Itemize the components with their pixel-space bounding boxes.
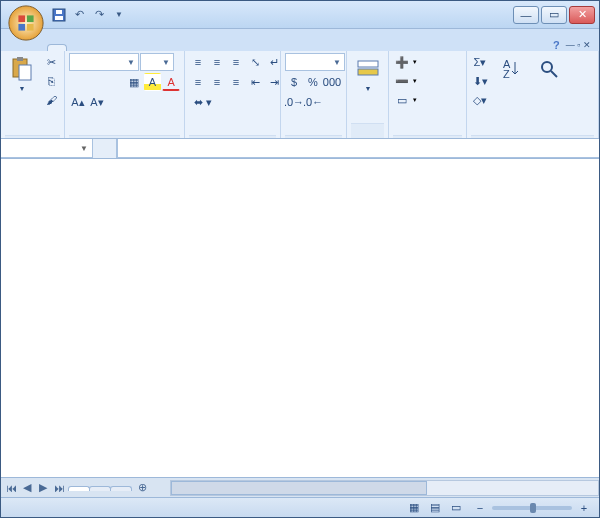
group-cells: ➕ ▾ ➖ ▾ ▭ ▾	[389, 51, 467, 138]
sheet-tab-1[interactable]	[68, 486, 90, 491]
zoom-slider[interactable]	[492, 506, 572, 510]
tab-layout[interactable]	[87, 44, 107, 51]
align-center-icon[interactable]: ≡	[208, 73, 226, 91]
comma-icon[interactable]: 000	[323, 73, 341, 91]
format-painter-icon[interactable]: 🖌	[42, 91, 60, 109]
insert-cells-icon: ➕	[393, 53, 411, 71]
tab-data[interactable]	[127, 44, 147, 51]
percent-icon[interactable]: %	[304, 73, 322, 91]
svg-rect-12	[358, 69, 378, 75]
paste-button[interactable]: ▼	[5, 53, 39, 94]
tab-home[interactable]	[47, 44, 67, 51]
svg-point-0	[9, 5, 43, 39]
window-controls: — ▭ ✕	[513, 6, 595, 24]
view-normal-icon[interactable]: ▦	[405, 499, 423, 517]
ribbon: ▼ ✂ ⎘ 🖌 ◢ ▼ ▼ ▦	[1, 51, 599, 139]
cell-styles-button[interactable]: ▼	[351, 53, 385, 94]
svg-rect-2	[27, 15, 34, 22]
autosum-icon[interactable]: Σ▾	[471, 53, 489, 71]
format-cells-icon: ▭	[393, 91, 411, 109]
dec-decimal-icon[interactable]: .0←	[304, 93, 322, 111]
font-size-select[interactable]: ▼	[140, 53, 174, 71]
align-right-icon[interactable]: ≡	[227, 73, 245, 91]
align-top-icon[interactable]: ≡	[189, 53, 207, 71]
underline-button[interactable]	[106, 73, 124, 91]
svg-rect-4	[27, 23, 34, 30]
sheet-tab-2[interactable]	[89, 486, 111, 491]
align-bottom-icon[interactable]: ≡	[227, 53, 245, 71]
delete-cells-icon: ➖	[393, 72, 411, 90]
fill-color-button[interactable]: A	[144, 73, 162, 91]
svg-rect-3	[18, 23, 25, 30]
tab-view[interactable]	[167, 44, 187, 51]
orientation-icon[interactable]: ⤡	[246, 53, 264, 71]
find-select-button[interactable]	[532, 53, 566, 86]
svg-text:Z: Z	[503, 68, 510, 80]
first-sheet-icon[interactable]: ⏮	[3, 480, 19, 496]
zoom-out-icon[interactable]: −	[471, 499, 489, 517]
find-icon	[535, 55, 563, 83]
cut-icon[interactable]: ✂	[42, 53, 60, 71]
align-left-icon[interactable]: ≡	[189, 73, 207, 91]
fx-button[interactable]	[93, 139, 117, 158]
format-cells-button[interactable]: ▭ ▾	[393, 91, 417, 109]
close-button[interactable]: ✕	[569, 6, 595, 24]
view-break-icon[interactable]: ▭	[447, 499, 465, 517]
next-sheet-icon[interactable]: ▶	[35, 480, 51, 496]
ribbon-tabs: ? — ▫ ✕	[1, 29, 599, 51]
align-middle-icon[interactable]: ≡	[208, 53, 226, 71]
bold-button[interactable]	[69, 73, 87, 91]
quick-access-toolbar: ↶ ↷ ▼	[51, 7, 127, 23]
qat-dropdown-icon[interactable]: ▼	[111, 7, 127, 23]
insert-cells-button[interactable]: ➕ ▾	[393, 53, 417, 71]
font-name-select[interactable]: ▼	[69, 53, 139, 71]
currency-icon[interactable]: $	[285, 73, 303, 91]
svg-rect-10	[19, 65, 31, 80]
group-font: ▼ ▼ ▦ A A A▴ A▾ ◢	[65, 51, 185, 138]
font-color-button[interactable]: A	[162, 73, 180, 91]
merge-icon[interactable]: ⬌ ▾	[189, 93, 217, 111]
group-styles: ▼	[347, 51, 389, 138]
new-sheet-icon[interactable]: ⊕	[134, 480, 150, 496]
tab-review[interactable]	[147, 44, 167, 51]
tab-insert[interactable]	[67, 44, 87, 51]
indent-dec-icon[interactable]: ⇤	[246, 73, 264, 91]
minimize-ribbon-icon[interactable]: — ▫ ✕	[566, 40, 591, 50]
svg-rect-6	[55, 16, 63, 20]
app-window: ↶ ↷ ▼ — ▭ ✕ ? — ▫ ✕ ▼	[0, 0, 600, 518]
view-layout-icon[interactable]: ▤	[426, 499, 444, 517]
office-button[interactable]	[7, 4, 45, 42]
svg-rect-1	[18, 15, 25, 22]
sort-filter-button[interactable]: AZ	[495, 53, 529, 86]
italic-button[interactable]	[88, 73, 106, 91]
clear-icon[interactable]: ◇▾	[471, 91, 489, 109]
help-icon[interactable]: ?	[553, 39, 560, 51]
name-box[interactable]: ▼	[1, 139, 93, 158]
svg-rect-11	[358, 61, 378, 67]
maximize-button[interactable]: ▭	[541, 6, 567, 24]
group-editing: Σ▾ ⬇▾ ◇▾ AZ	[467, 51, 599, 138]
grow-font-icon[interactable]: A▴	[69, 93, 87, 111]
delete-cells-button[interactable]: ➖ ▾	[393, 72, 417, 90]
horizontal-scrollbar[interactable]	[170, 480, 599, 496]
shrink-font-icon[interactable]: A▾	[88, 93, 106, 111]
last-sheet-icon[interactable]: ⏭	[51, 480, 67, 496]
fill-icon[interactable]: ⬇▾	[471, 72, 489, 90]
svg-line-16	[551, 71, 557, 77]
border-button[interactable]: ▦	[125, 73, 143, 91]
tab-formulas[interactable]	[107, 44, 127, 51]
formula-input[interactable]	[117, 139, 599, 158]
sheet-tab-3[interactable]	[110, 486, 132, 491]
titlebar: ↶ ↷ ▼ — ▭ ✕	[1, 1, 599, 29]
group-number: ▼ $ % 000 .0→ .0← ◢	[281, 51, 347, 138]
undo-icon[interactable]: ↶	[71, 7, 87, 23]
copy-icon[interactable]: ⎘	[42, 72, 60, 90]
minimize-button[interactable]: —	[513, 6, 539, 24]
redo-icon[interactable]: ↷	[91, 7, 107, 23]
zoom-in-icon[interactable]: +	[575, 499, 593, 517]
number-format-select[interactable]: ▼	[285, 53, 345, 71]
inc-decimal-icon[interactable]: .0→	[285, 93, 303, 111]
grid[interactable]	[1, 159, 599, 477]
prev-sheet-icon[interactable]: ◀	[19, 480, 35, 496]
save-icon[interactable]	[51, 7, 67, 23]
